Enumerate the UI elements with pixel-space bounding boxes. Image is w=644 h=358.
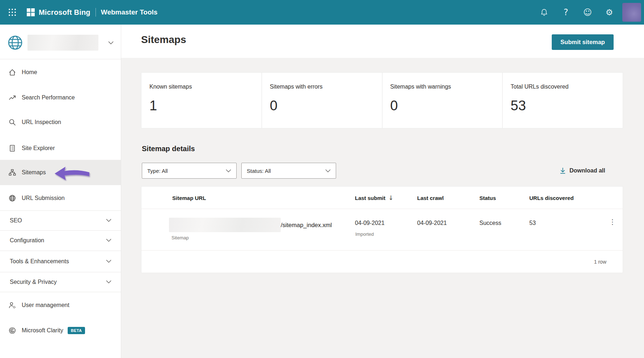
- sidebar-item-sitemaps[interactable]: Sitemaps: [0, 160, 121, 185]
- sidebar-item-microsoft-clarity[interactable]: Microsoft Clarity BETA: [0, 318, 121, 343]
- stat-label: Sitemaps with errors: [270, 84, 382, 90]
- gear-icon: ⚙: [606, 8, 613, 17]
- app-launcher-button[interactable]: [4, 4, 20, 20]
- stat-total-urls-discovered: Total URLs discovered 53: [503, 73, 623, 128]
- sidebar-item-url-inspection[interactable]: URL Inspection: [0, 110, 121, 135]
- more-options-icon: ⋮: [609, 218, 616, 225]
- sidebar-item-label: Home: [22, 69, 37, 76]
- page-title: Sitemaps: [141, 34, 186, 46]
- stat-value: 0: [270, 98, 382, 114]
- sidebar-item-label: Microsoft Clarity: [22, 327, 63, 334]
- sitemap-url-redacted: [169, 218, 281, 232]
- brand-logo[interactable]: Microsoft Bing Webmaster Tools: [27, 8, 157, 17]
- stat-known-sitemaps: Known sitemaps 1: [141, 73, 262, 128]
- sitemaps-table: Sitemap URL Last submit ↓ Last crawl Sta…: [141, 186, 623, 273]
- site-globe-icon: [7, 35, 23, 51]
- stat-value: 1: [149, 98, 262, 114]
- urls-discovered-cell: 53: [529, 220, 536, 226]
- row-count: 1 row: [594, 259, 606, 265]
- sidebar-divider: [0, 59, 121, 59]
- row-more-options-button[interactable]: ⋮: [605, 209, 620, 234]
- sidebar-group-label: Security & Privacy: [10, 279, 57, 285]
- settings-button[interactable]: ⚙: [598, 0, 620, 25]
- bell-icon: [540, 8, 548, 16]
- top-bar: Microsoft Bing Webmaster Tools ? ☺ ⚙: [0, 0, 644, 25]
- column-header-status[interactable]: Status: [479, 187, 496, 209]
- sidebar-group-security-privacy[interactable]: Security & Privacy: [0, 272, 121, 292]
- chevron-down-icon: [106, 260, 111, 263]
- waffle-icon: [8, 8, 16, 16]
- column-header-urls-discovered[interactable]: URLs discovered: [529, 187, 574, 209]
- account-avatar[interactable]: [622, 3, 641, 22]
- notifications-button[interactable]: [533, 0, 555, 25]
- home-icon: [8, 68, 16, 76]
- stat-label: Known sitemaps: [149, 84, 262, 90]
- page-header: Sitemaps Submit sitemap: [121, 25, 644, 58]
- download-icon: [560, 167, 566, 174]
- chevron-down-icon: [108, 41, 114, 44]
- sitemap-url-cell: /sitemap_index.xml: [169, 218, 332, 232]
- chevron-down-icon: [226, 169, 231, 172]
- sidebar-item-label: Sitemaps: [22, 169, 46, 176]
- sidebar-divider: [0, 292, 121, 292]
- chevron-down-icon: [106, 239, 111, 242]
- sidebar-group-configuration[interactable]: Configuration: [0, 230, 121, 250]
- document-icon: [8, 144, 16, 152]
- table-row[interactable]: /sitemap_index.xml Sitemap 04-09-2021 Im…: [141, 209, 623, 250]
- magnifier-icon: [8, 118, 16, 126]
- brand-divider: [96, 8, 96, 17]
- submit-sitemap-button[interactable]: Submit sitemap: [552, 34, 614, 50]
- sidebar-item-label: User management: [22, 302, 69, 308]
- microsoft-logo-icon: [27, 8, 35, 16]
- type-filter-value: Type: All: [147, 168, 168, 174]
- last-submit-note: Imported: [355, 231, 374, 237]
- sidebar-group-seo[interactable]: SEO: [0, 210, 121, 230]
- sidebar-group-tools-enhancements[interactable]: Tools & Enhancements: [0, 251, 121, 272]
- sitemap-details-heading: Sitemap details: [142, 145, 195, 153]
- sidebar-item-site-explorer[interactable]: Site Explorer: [0, 136, 121, 161]
- hierarchy-icon: [8, 169, 16, 176]
- sidebar-item-user-management[interactable]: User management: [0, 293, 121, 317]
- top-bar-actions: ? ☺ ⚙: [533, 0, 641, 25]
- trend-icon: [8, 94, 16, 102]
- smiley-icon: ☺: [583, 8, 592, 17]
- table-header: Sitemap URL Last submit ↓ Last crawl Sta…: [141, 187, 623, 209]
- sidebar-item-label: Search Performance: [22, 94, 75, 101]
- sidebar-item-url-submission[interactable]: URL Submission: [0, 186, 121, 210]
- brand-name: Microsoft Bing: [39, 8, 90, 17]
- status-filter-dropdown[interactable]: Status: All: [241, 163, 336, 179]
- sidebar-item-label: Site Explorer: [22, 145, 55, 152]
- product-name: Webmaster Tools: [101, 8, 158, 16]
- column-header-last-submit[interactable]: Last submit ↓: [355, 187, 393, 209]
- help-button[interactable]: ?: [555, 0, 577, 25]
- sort-descending-icon: ↓: [388, 194, 393, 201]
- stats-strip: Known sitemaps 1 Sitemaps with errors 0 …: [141, 72, 623, 128]
- table-footer: 1 row: [141, 250, 623, 273]
- sidebar-item-home[interactable]: Home: [0, 60, 121, 85]
- help-icon: ?: [564, 8, 568, 17]
- page-content: Known sitemaps 1 Sitemaps with errors 0 …: [121, 58, 644, 358]
- column-header-last-crawl[interactable]: Last crawl: [417, 187, 444, 209]
- site-selector-dropdown[interactable]: [0, 31, 121, 54]
- sidebar-group-label: Tools & Enhancements: [10, 258, 69, 265]
- clarity-icon: [8, 327, 16, 334]
- sidebar-item-label: URL Inspection: [22, 119, 61, 125]
- sidebar-group-label: SEO: [10, 217, 22, 224]
- beta-badge: BETA: [68, 327, 85, 334]
- bing-webmaster-tools-app: Microsoft Bing Webmaster Tools ? ☺ ⚙: [0, 0, 644, 358]
- stat-value: 0: [390, 98, 503, 114]
- site-name-redacted: [27, 35, 98, 51]
- download-all-button[interactable]: Download all: [560, 163, 605, 179]
- last-crawl-cell: 04-09-2021: [417, 220, 447, 226]
- sidebar-item-search-performance[interactable]: Search Performance: [0, 85, 121, 110]
- stat-label: Total URLs discovered: [510, 84, 623, 90]
- type-filter-dropdown[interactable]: Type: All: [142, 163, 237, 179]
- chevron-down-icon: [106, 280, 111, 284]
- stat-sitemaps-with-warnings: Sitemaps with warnings 0: [382, 73, 503, 128]
- chevron-down-icon: [106, 219, 111, 222]
- sidebar: Home Search Performance URL Inspection S…: [0, 25, 121, 358]
- stat-sitemaps-with-errors: Sitemaps with errors 0: [262, 73, 382, 128]
- last-submit-cell: 04-09-2021: [355, 220, 385, 226]
- column-header-sitemap-url[interactable]: Sitemap URL: [172, 187, 206, 209]
- feedback-button[interactable]: ☺: [577, 0, 598, 25]
